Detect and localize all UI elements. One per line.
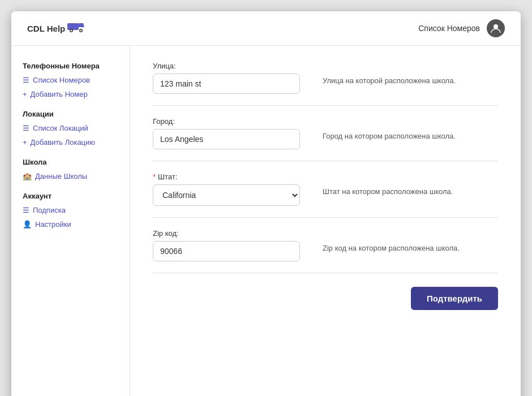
header-nav-link[interactable]: Список Номеров — [418, 24, 480, 33]
confirm-button[interactable]: Подтвердить — [411, 287, 498, 310]
body: Телефонные Номера ☰ Список Номеров + Доб… — [11, 46, 521, 396]
zip-input[interactable] — [153, 241, 300, 261]
required-star: * — [153, 173, 156, 181]
city-input[interactable] — [153, 129, 300, 149]
city-row: Город: Город на котором расположена школ… — [153, 106, 498, 161]
svg-point-4 — [71, 30, 72, 32]
section-locations-title: Локации — [23, 110, 118, 118]
sidebar-item-list-locations[interactable]: ☰ Список Локаций — [23, 123, 118, 134]
zip-field: Zip код: — [153, 229, 300, 261]
app-window: CDL Help Список Номеров — [11, 11, 521, 396]
logo-text: CDL Help — [27, 24, 65, 33]
state-label-text: Штат: — [158, 173, 177, 181]
svg-point-5 — [80, 30, 82, 32]
state-row: * Штат: California Alabama Alaska Arizon… — [153, 161, 498, 218]
street-label: Улица: — [153, 62, 300, 70]
settings-icon: 👤 — [23, 220, 32, 229]
logo: CDL Help — [27, 20, 85, 36]
header: CDL Help Список Номеров — [11, 11, 521, 46]
sidebar-item-school-data-label: Данные Школы — [35, 172, 87, 180]
school-icon: 🏫 — [23, 172, 32, 180]
state-field: * Штат: California Alabama Alaska Arizon… — [153, 173, 300, 206]
sidebar-item-settings[interactable]: 👤 Настройки — [23, 219, 118, 230]
subscription-icon: ☰ — [23, 206, 29, 214]
street-input[interactable] — [153, 74, 300, 94]
sidebar-item-list-numbers[interactable]: ☰ Список Номеров — [23, 75, 118, 85]
list-locations-icon: ☰ — [23, 124, 29, 132]
sidebar-item-list-locations-label: Список Локаций — [33, 124, 88, 132]
city-field: Город: — [153, 117, 300, 149]
section-account-title: Аккаунт — [23, 192, 118, 200]
section-school-title: Школа — [23, 158, 118, 166]
sidebar-item-subscription-label: Подписка — [33, 206, 66, 214]
sidebar-item-school-data[interactable]: 🏫 Данные Школы — [23, 171, 118, 182]
street-row: Улица: Улица на которой расположена школ… — [153, 62, 498, 106]
city-hint: Город на котором расположена школа. — [323, 117, 498, 140]
state-hint: Штат на котором расположена школа. — [323, 173, 498, 196]
svg-rect-0 — [67, 23, 79, 30]
sidebar-item-subscription[interactable]: ☰ Подписка — [23, 205, 118, 216]
sidebar-item-list-numbers-label: Список Номеров — [33, 76, 90, 84]
user-avatar[interactable] — [487, 19, 505, 37]
city-label: Город: — [153, 117, 300, 126]
section-phones-title: Телефонные Номера — [23, 62, 118, 70]
zip-hint: Zip код на котором расположена школа. — [323, 229, 498, 252]
sidebar-item-add-location[interactable]: + Добавить Локацию — [23, 137, 118, 148]
svg-point-6 — [494, 24, 498, 29]
zip-label: Zip код: — [153, 229, 300, 238]
svg-marker-1 — [79, 23, 84, 27]
main-content: Улица: Улица на которой расположена школ… — [130, 46, 521, 396]
sidebar-item-settings-label: Настройки — [35, 220, 71, 229]
sidebar: Телефонные Номера ☰ Список Номеров + Доб… — [11, 46, 130, 396]
sidebar-item-add-location-label: Добавить Локацию — [31, 138, 96, 147]
plus-icon: + — [23, 90, 27, 98]
header-right: Список Номеров — [418, 19, 505, 37]
street-hint: Улица на которой расположена школа. — [323, 62, 498, 85]
plus-location-icon: + — [23, 138, 27, 147]
truck-icon — [67, 20, 85, 36]
state-select[interactable]: California Alabama Alaska Arizona Arkans… — [153, 184, 300, 206]
sidebar-item-add-number[interactable]: + Добавить Номер — [23, 89, 118, 100]
street-field: Улица: — [153, 62, 300, 94]
form-footer: Подтвердить — [153, 287, 498, 310]
state-label: * Штат: — [153, 173, 300, 181]
sidebar-item-add-number-label: Добавить Номер — [31, 90, 88, 98]
zip-row: Zip код: Zip код на котором расположена … — [153, 218, 498, 273]
list-icon: ☰ — [23, 76, 29, 84]
